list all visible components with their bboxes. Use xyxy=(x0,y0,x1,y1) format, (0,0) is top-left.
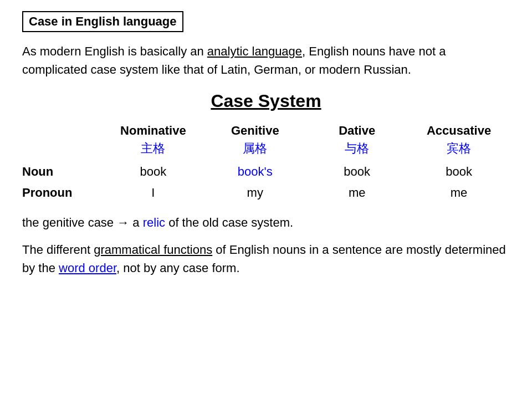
case-table-wrapper: Nominative Genitive Dative Accusative xyxy=(22,121,510,203)
col-accusative: Accusative xyxy=(408,121,510,140)
table-header-row: Nominative Genitive Dative Accusative xyxy=(22,121,510,140)
grammatical-functions-link[interactable]: grammatical functions xyxy=(94,243,212,257)
noun-genitive: book's xyxy=(204,161,306,182)
footer1-before-arrow: the genitive case xyxy=(22,216,117,229)
noun-dative: book xyxy=(306,161,408,182)
col-genitive: Genitive xyxy=(204,121,306,140)
footer1-end: of the old case system. xyxy=(165,216,293,229)
table-row-pronoun: Pronoun I my me me xyxy=(22,182,510,203)
chinese-nominative: 主格 xyxy=(102,140,204,161)
relic-link[interactable]: relic xyxy=(143,216,165,229)
word-order-link[interactable]: word order xyxy=(59,261,116,275)
empty-header xyxy=(22,121,102,140)
pronoun-accusative: me xyxy=(408,182,510,203)
noun-accusative: book xyxy=(408,161,510,182)
intro-text-before: As modern English is basically an xyxy=(22,44,207,58)
pronoun-label: Pronoun xyxy=(22,182,102,203)
chinese-genitive: 属格 xyxy=(204,140,306,161)
title-text: Case in English language xyxy=(29,14,177,28)
chinese-dative: 与格 xyxy=(306,140,408,161)
table-row-noun: Noun book book's book book xyxy=(22,161,510,182)
analytic-language-link[interactable]: analytic language xyxy=(207,44,302,58)
pronoun-genitive: my xyxy=(204,182,306,203)
intro-paragraph: As modern English is basically an analyt… xyxy=(22,42,510,79)
chinese-header-row: 主格 属格 与格 宾格 xyxy=(22,140,510,161)
footer1-after-arrow: a xyxy=(129,216,142,229)
noun-nominative: book xyxy=(102,161,204,182)
pronoun-dative: me xyxy=(306,182,408,203)
case-table: Nominative Genitive Dative Accusative xyxy=(22,121,510,203)
page-container: Case in English language As modern Engli… xyxy=(0,0,532,399)
arrow-icon: → xyxy=(117,216,129,229)
footer-note-2: The different grammatical functions of E… xyxy=(22,241,510,277)
section-title: Case System xyxy=(22,91,510,111)
footer-note-1: the genitive case → a relic of the old c… xyxy=(22,213,510,232)
footer2-before-link: The different xyxy=(22,243,94,257)
page-title: Case in English language xyxy=(22,11,183,32)
footer2-end: , not by any case form. xyxy=(116,261,240,275)
col-dative: Dative xyxy=(306,121,408,140)
noun-label: Noun xyxy=(22,161,102,182)
pronoun-nominative: I xyxy=(102,182,204,203)
chinese-accusative: 宾格 xyxy=(408,140,510,161)
col-nominative: Nominative xyxy=(102,121,204,140)
